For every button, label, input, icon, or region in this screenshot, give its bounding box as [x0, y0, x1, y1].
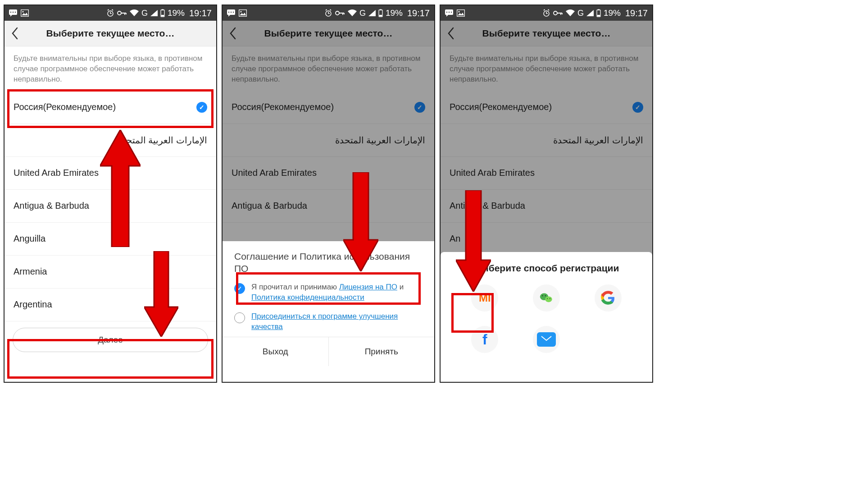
svg-point-16	[240, 11, 241, 12]
location-label: Россия(Рекомендуемое)	[14, 102, 116, 112]
exit-button[interactable]: Выход	[223, 337, 329, 366]
battery-icon	[378, 9, 383, 17]
register-email[interactable]	[516, 323, 577, 356]
battery-icon	[596, 9, 601, 17]
register-wechat[interactable]	[516, 282, 577, 314]
location-label: Antigua & Barbuda	[14, 201, 89, 211]
status-left	[9, 9, 29, 17]
register-google[interactable]	[577, 282, 639, 314]
svg-point-14	[233, 12, 234, 13]
status-left	[445, 9, 465, 17]
svg-point-35	[542, 295, 543, 296]
agreement-actions: Выход Принять	[223, 337, 434, 366]
svg-point-25	[451, 12, 452, 13]
svg-point-38	[550, 298, 550, 299]
vpn-key-icon	[335, 10, 345, 16]
sms-icon	[227, 9, 236, 17]
register-title: Выберите способ регистрации	[441, 252, 652, 282]
license-link[interactable]: Лицензия на ПО	[339, 283, 397, 291]
svg-rect-39	[541, 335, 552, 344]
signal-icon	[368, 10, 376, 16]
agreement-improve-text: Присоединиться к программе улучшения кач…	[251, 312, 423, 332]
register-mi[interactable]: MI	[454, 282, 516, 314]
svg-rect-15	[239, 10, 247, 17]
wechat-icon	[533, 284, 560, 312]
location-row-recommended[interactable]: Россия(Рекомендуемое) ✓	[5, 91, 216, 124]
agreement-title: Соглашение и Политика использования ПО	[223, 241, 434, 278]
accept-button[interactable]: Принять	[329, 337, 435, 366]
location-label: Argentina	[14, 299, 52, 310]
advisory-text: Будьте внимательны при выборе языка, в п…	[5, 46, 216, 91]
agreement-accept-text: Я прочитал и принимаю Лицензия на ПО и П…	[251, 282, 423, 303]
alarm-icon	[324, 9, 332, 17]
svg-point-34	[545, 296, 552, 302]
svg-point-13	[231, 12, 232, 13]
signal-icon	[586, 10, 594, 16]
svg-rect-20	[380, 9, 382, 10]
location-row-uae[interactable]: United Arab Emirates	[5, 157, 216, 190]
sms-icon	[9, 9, 18, 17]
battery-percent: 19%	[386, 8, 403, 18]
battery-percent: 19%	[168, 8, 185, 18]
improve-link[interactable]: Присоединиться к программе улучшения кач…	[251, 312, 398, 331]
svg-point-36	[545, 295, 546, 296]
checkbox-unchecked-icon[interactable]	[234, 312, 245, 323]
alarm-icon	[106, 9, 114, 17]
svg-point-29	[554, 11, 557, 15]
svg-point-2	[13, 12, 14, 13]
page-title: Выберите текущее место…	[25, 28, 216, 39]
location-row-uae-arabic[interactable]: الإمارات العربية المتحدة	[5, 124, 216, 157]
screenshot-panel-2: G 19% 19:17 Выберите текущее место… Будь…	[222, 5, 435, 383]
sms-icon	[445, 9, 454, 17]
location-row-anguilla[interactable]: Anguilla	[5, 223, 216, 256]
svg-rect-21	[379, 15, 382, 16]
svg-rect-26	[457, 10, 465, 17]
facebook-icon: f	[471, 326, 498, 353]
location-row-armenia[interactable]: Armenia	[5, 256, 216, 289]
image-icon	[21, 9, 29, 17]
status-bar: G 19% 19:17	[5, 5, 216, 21]
register-facebook[interactable]: f	[454, 323, 516, 356]
mi-icon: MI	[471, 284, 498, 312]
svg-point-7	[118, 11, 121, 15]
clock-time: 19:17	[625, 8, 648, 18]
email-icon	[533, 326, 560, 353]
image-icon	[457, 9, 465, 17]
location-list: Россия(Рекомендуемое) ✓ الإمارات العربية…	[5, 91, 216, 321]
location-row-argentina[interactable]: Argentina	[5, 289, 216, 321]
status-bar: G 19% 19:17	[441, 5, 652, 21]
svg-point-27	[458, 11, 459, 12]
next-button[interactable]: Далее	[13, 328, 208, 352]
status-right: G 19% 19:17	[106, 8, 212, 18]
network-type-icon: G	[141, 9, 148, 17]
alarm-icon	[542, 9, 550, 17]
location-label: United Arab Emirates	[14, 168, 99, 178]
network-type-icon: G	[577, 9, 584, 17]
agreement-accept-row[interactable]: ✓ Я прочитал и принимаю Лицензия на ПО и…	[223, 278, 434, 307]
status-bar: G 19% 19:17	[223, 5, 434, 21]
battery-icon	[160, 9, 165, 17]
register-empty	[577, 323, 639, 356]
svg-point-18	[336, 11, 339, 15]
agreement-improve-row[interactable]: Присоединиться к программе улучшения кач…	[223, 307, 434, 337]
status-left	[227, 9, 247, 17]
checkbox-checked-icon[interactable]: ✓	[234, 283, 245, 294]
clock-time: 19:17	[189, 8, 212, 18]
location-label: Anguilla	[14, 234, 45, 244]
google-icon	[595, 284, 622, 312]
svg-point-24	[449, 12, 450, 13]
privacy-link[interactable]: Политика конфиденциальности	[251, 293, 364, 302]
agreement-sheet: Соглашение и Политика использования ПО ✓…	[223, 241, 434, 382]
register-sheet: Выберите способ регистрации MI f	[441, 252, 652, 382]
svg-rect-4	[21, 10, 29, 17]
vpn-key-icon	[553, 10, 563, 16]
back-button[interactable]	[5, 21, 25, 46]
location-label: الإمارات العربية المتحدة	[117, 135, 207, 146]
svg-rect-32	[597, 15, 600, 16]
wifi-icon	[130, 9, 139, 17]
location-row-antigua[interactable]: Antigua & Barbuda	[5, 190, 216, 223]
status-right: G 19% 19:17	[542, 8, 648, 18]
svg-point-37	[547, 298, 548, 299]
register-icon-grid: MI f	[441, 282, 652, 356]
signal-icon	[150, 10, 158, 16]
